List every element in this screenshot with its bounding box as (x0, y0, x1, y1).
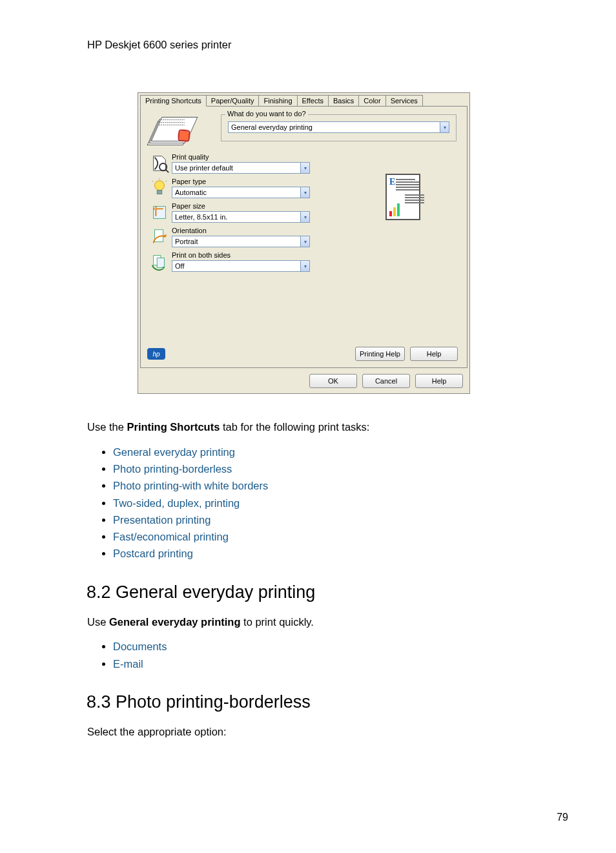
page-header: HP Deskjet 6600 series printer (87, 39, 571, 51)
tab-finishing[interactable]: Finishing (258, 95, 297, 106)
tab-paper-quality[interactable]: Paper/Quality (206, 95, 260, 106)
both-sides-value: Off (175, 262, 184, 270)
tab-bar: Printing Shortcuts Paper/Quality Finishi… (138, 93, 469, 106)
orientation-select[interactable]: Portrait ▾ (172, 236, 310, 247)
tab-services[interactable]: Services (385, 95, 423, 106)
help-button-inner[interactable]: Help (410, 347, 458, 361)
chevron-down-icon: ▾ (300, 163, 309, 173)
both-sides-label: Print on both sides (172, 251, 318, 259)
paper-type-icon (150, 178, 169, 198)
print-quality-label: Print quality (172, 153, 318, 161)
print-dialog: Printing Shortcuts Paper/Quality Finishi… (138, 92, 470, 394)
link-email[interactable]: E-mail (113, 658, 143, 670)
print-quality-select[interactable]: Use printer default ▾ (172, 162, 310, 174)
link-fast-economical[interactable]: Fast/economical printing (113, 531, 229, 542)
svg-rect-3 (157, 190, 162, 194)
link-documents[interactable]: Documents (113, 641, 167, 652)
task-select[interactable]: General everyday printing ▾ (228, 121, 449, 133)
orientation-value: Portrait (175, 238, 198, 245)
task-select-value: General everyday printing (231, 123, 313, 131)
chevron-down-icon: ▾ (300, 236, 309, 247)
list-item: Postcard printing (113, 546, 571, 560)
intro-paragraph: Use the Printing Shortcuts tab for the f… (87, 420, 571, 434)
svg-line-5 (152, 181, 154, 182)
link-presentation[interactable]: Presentation printing (113, 514, 210, 526)
list-item: E-mail (113, 657, 571, 671)
print-quality-row: Print quality Use printer default ▾ (150, 153, 318, 174)
svg-line-6 (165, 181, 167, 182)
link-general-everyday[interactable]: General everyday printing (113, 446, 235, 458)
both-sides-select[interactable]: Off ▾ (172, 260, 310, 272)
page-number: 79 (557, 812, 568, 823)
orientation-label: Orientation (172, 227, 318, 234)
svg-point-2 (155, 181, 165, 190)
list-item: Fast/economical printing (113, 529, 571, 544)
page-preview-icon: E (385, 174, 420, 220)
paper-size-select[interactable]: Letter, 8.5x11 in. ▾ (172, 211, 310, 223)
svg-rect-10 (157, 258, 164, 267)
sec83-paragraph: Select the appropriate option: (87, 725, 571, 739)
list-item: Documents (113, 639, 571, 653)
list-item: Presentation printing (113, 513, 571, 527)
tab-effects[interactable]: Effects (297, 95, 329, 106)
tab-printing-shortcuts[interactable]: Printing Shortcuts (140, 95, 207, 107)
printing-help-button[interactable]: Printing Help (355, 347, 405, 361)
cancel-button[interactable]: Cancel (362, 374, 410, 388)
paper-type-row: Paper type Automatic ▾ (150, 178, 318, 198)
text-bold: General everyday printing (109, 616, 241, 628)
doc-body: Use the Printing Shortcuts tab for the f… (87, 420, 571, 739)
list-item: General everyday printing (113, 445, 571, 459)
paper-size-label: Paper size (172, 202, 318, 210)
tab-basics[interactable]: Basics (328, 95, 359, 106)
link-two-sided[interactable]: Two-sided, duplex, printing (113, 497, 240, 509)
inner-button-row: Printing Help Help (355, 347, 458, 361)
text: Use (87, 616, 109, 628)
text-bold: Printing Shortcuts (127, 421, 220, 433)
chevron-down-icon: ▾ (440, 122, 449, 132)
chevron-down-icon: ▾ (300, 261, 309, 271)
help-button-outer[interactable]: Help (415, 374, 463, 388)
paper-type-select[interactable]: Automatic ▾ (172, 187, 310, 198)
fieldset-legend: What do you want to do? (225, 110, 308, 118)
section-8-2-heading: 8.2 General everyday printing (87, 581, 571, 604)
link-photo-borderless[interactable]: Photo printing-borderless (113, 463, 232, 475)
text: Use the (87, 421, 127, 433)
outer-button-row: OK Cancel Help (138, 370, 469, 393)
dialog-body: What do you want to do? General everyday… (140, 106, 467, 368)
list-item: Two-sided, duplex, printing (113, 496, 571, 510)
paper-size-value: Letter, 8.5x11 in. (175, 213, 227, 221)
orientation-row: Orientation Portrait ▾ (150, 227, 318, 247)
options-panel: Print quality Use printer default ▾ Pape… (150, 153, 318, 272)
list-item: Photo printing-with white borders (113, 478, 571, 493)
list-item: Photo printing-borderless (113, 462, 571, 476)
tab-color[interactable]: Color (358, 95, 385, 106)
text: to print quickly. (241, 616, 314, 628)
hp-logo-icon: hp (147, 348, 165, 360)
orientation-icon (150, 227, 169, 247)
print-quality-value: Use printer default (175, 164, 233, 172)
svg-line-1 (165, 169, 169, 172)
section-8-3-heading: 8.3 Photo printing-borderless (87, 690, 571, 714)
task-list: General everyday printing Photo printing… (87, 445, 571, 561)
chevron-down-icon: ▾ (300, 187, 309, 198)
paper-size-row: Paper size Letter, 8.5x11 in. ▾ (150, 202, 318, 223)
both-sides-icon (150, 251, 169, 272)
print-quality-icon (150, 153, 169, 174)
sec82-paragraph: Use General everyday printing to print q… (87, 615, 571, 629)
link-photo-white-borders[interactable]: Photo printing-with white borders (113, 480, 268, 491)
both-sides-row: Print on both sides Off ▾ (150, 251, 318, 272)
paper-type-label: Paper type (172, 178, 318, 185)
text: tab for the following print tasks: (220, 421, 369, 433)
sec82-list: Documents E-mail (87, 639, 571, 671)
task-fieldset: What do you want to do? General everyday… (221, 114, 457, 141)
ok-button[interactable]: OK (309, 374, 357, 388)
link-postcard[interactable]: Postcard printing (113, 548, 193, 559)
paper-size-icon (150, 202, 169, 223)
paper-type-value: Automatic (175, 189, 207, 196)
chevron-down-icon: ▾ (300, 212, 309, 222)
shortcut-illustration-icon (146, 110, 210, 147)
